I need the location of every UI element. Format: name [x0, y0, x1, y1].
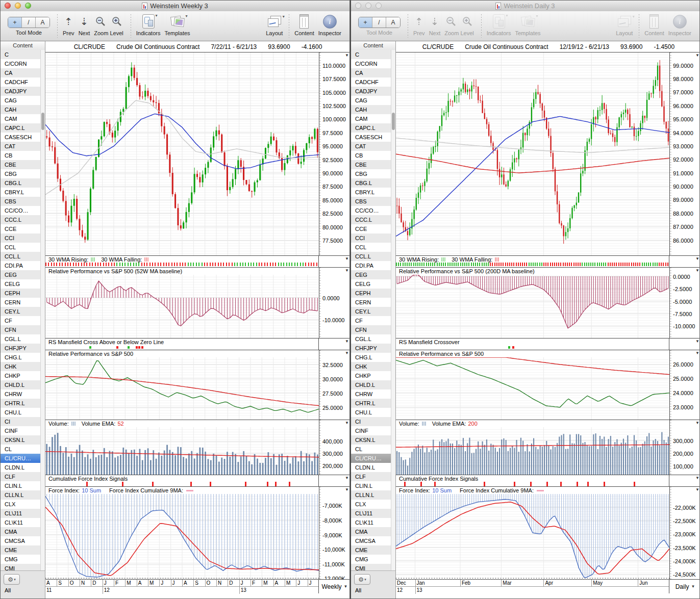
symbol-list-item[interactable]: CI: [351, 417, 395, 426]
symbol-list-item[interactable]: CLLN.L: [1, 490, 45, 500]
symbol-list-item[interactable]: CBRY.L: [1, 188, 45, 197]
sidebar-header[interactable]: Content: [1, 41, 45, 50]
symbol-list-item[interactable]: CEPH: [1, 289, 45, 298]
relative-performance-baseline-panel[interactable]: Relative Performance vs S&P 500 (200D MA…: [396, 267, 700, 338]
scrollbar-thumb[interactable]: [41, 113, 44, 130]
symbol-list-item[interactable]: CADJPY: [1, 87, 45, 96]
inspector-button[interactable]: i Inspector: [668, 14, 691, 36]
symbol-list-item[interactable]: CCL: [351, 243, 395, 252]
panel-menu-icon[interactable]: ▼: [345, 339, 349, 344]
symbol-list-item[interactable]: CF: [351, 316, 395, 325]
symbol-list-item[interactable]: CCE: [351, 224, 395, 233]
sidebar-header[interactable]: Content: [351, 41, 395, 50]
symbol-list-item[interactable]: CAH: [351, 105, 395, 114]
volume-panel[interactable]: Volume: Volume EMA: 52 ▼400,000300,00020…: [45, 420, 350, 475]
volume-chart[interactable]: [45, 427, 319, 475]
symbol-list-item[interactable]: CMI: [1, 564, 45, 570]
panel-menu-icon[interactable]: ▼: [345, 421, 349, 425]
force-index-chart[interactable]: [396, 494, 669, 580]
prev-button[interactable]: ⇡ Prev: [413, 14, 425, 36]
symbol-list-item[interactable]: CHU.L: [351, 408, 395, 417]
panel-menu-icon[interactable]: ▼: [695, 268, 699, 273]
symbol-list-item[interactable]: CMCSA: [1, 536, 45, 545]
panel-menu-icon[interactable]: ▼: [695, 53, 699, 58]
panel-menu-icon[interactable]: ▼: [695, 476, 699, 480]
symbol-list-item[interactable]: CF: [1, 316, 45, 325]
symbol-list-item[interactable]: CME: [351, 545, 395, 555]
layout-button[interactable]: ▾ Layout: [616, 14, 633, 36]
symbol-list-item[interactable]: CMI: [351, 564, 395, 570]
period-dropdown[interactable]: Weekly▼: [318, 580, 350, 593]
symbol-list-item[interactable]: CHFJPY: [1, 344, 45, 353]
cumulative-force-signal-strip[interactable]: Cumulative Force Index Signals ▼: [396, 475, 700, 486]
relperf-axis[interactable]: ▼32.500030.000027.500025.0000: [319, 350, 350, 420]
symbol-list-item[interactable]: CELG: [1, 279, 45, 289]
relperf-chart[interactable]: [396, 357, 669, 420]
sidebar-scrollbar[interactable]: [40, 50, 45, 570]
symbol-list-item[interactable]: CAM: [1, 114, 45, 123]
symbol-list-item[interactable]: CCI: [351, 233, 395, 243]
symbol-list-item[interactable]: CL\J11: [1, 509, 45, 518]
indicators-button[interactable]: ▾ Indicators: [136, 14, 161, 36]
force-index-panel[interactable]: Force Index: 10 Sum Force Index Cumulati…: [45, 486, 350, 579]
symbol-list-item[interactable]: CL\J11: [351, 509, 395, 518]
next-button[interactable]: ⇣ Next: [79, 14, 90, 36]
symbol-list-item[interactable]: CHG.L: [1, 353, 45, 362]
symbol-list-item[interactable]: CERN: [351, 298, 395, 307]
relperf-axis[interactable]: ▼26.000025.000024.000023.0000: [669, 350, 700, 420]
symbol-list-item[interactable]: CAM: [351, 114, 395, 123]
indicators-button[interactable]: ▾ Indicators: [487, 14, 511, 36]
templates-button[interactable]: ▾ Templates: [164, 14, 190, 36]
tool-text-button[interactable]: A: [36, 17, 49, 28]
zoom-out-icon[interactable]: [445, 16, 457, 27]
content-button[interactable]: Content: [644, 14, 664, 36]
symbol-list-item[interactable]: CME: [1, 545, 45, 555]
symbol-list-item[interactable]: CL\K11: [351, 518, 395, 527]
symbol-list-item[interactable]: CBRY.L: [351, 188, 395, 197]
symbol-list-item[interactable]: CLIN.L: [1, 481, 45, 490]
symbol-list-item[interactable]: CHLD.L: [351, 380, 395, 389]
relative-performance-panel[interactable]: Relative Performance vs S&P 500 ▼32.5000…: [45, 350, 350, 420]
panel-menu-icon[interactable]: ▼: [695, 339, 699, 344]
tab-all[interactable]: All: [355, 587, 361, 593]
gear-menu-button[interactable]: ⚙▾: [4, 574, 20, 585]
symbol-list-item[interactable]: CDI.PA: [1, 261, 45, 270]
wma-signal-strip[interactable]: 30 WMA Rising: 30 WMA Falling: ▼: [396, 255, 700, 267]
zoom-in-icon[interactable]: [462, 16, 473, 27]
zoom-in-icon[interactable]: [111, 16, 122, 27]
force-index-chart[interactable]: [45, 494, 319, 580]
symbol-list-item[interactable]: CDI.PA: [351, 261, 395, 270]
symbol-list-item[interactable]: C/CORN: [1, 59, 45, 68]
volume-chart[interactable]: [396, 427, 669, 475]
symbol-list-item[interactable]: CL/CRU…: [351, 454, 395, 463]
symbol-list-item[interactable]: CBE: [1, 160, 45, 169]
symbol-list-item[interactable]: CLF: [1, 472, 45, 481]
symbol-list-item[interactable]: CBS: [1, 197, 45, 206]
tool-text-button[interactable]: A: [386, 17, 400, 28]
sidebar-scrollbar[interactable]: [391, 50, 395, 570]
symbol-list-item[interactable]: CL: [351, 445, 395, 454]
relperf-chart[interactable]: [45, 357, 319, 420]
symbol-list-item[interactable]: CCC.L: [351, 215, 395, 224]
symbol-list-item[interactable]: CADCHF: [1, 77, 45, 87]
symbol-list-item[interactable]: CL/CRU…: [1, 454, 45, 463]
symbol-list-item[interactable]: CHTR.L: [351, 399, 395, 408]
time-axis[interactable]: ASONDJFMAMJJASONDJFMAMJJ 111213 Weekly▼: [45, 579, 350, 593]
symbol-list-item[interactable]: CLLN.L: [351, 490, 395, 500]
symbol-list-item[interactable]: CKSN.L: [351, 435, 395, 445]
symbol-list-item[interactable]: CA: [1, 68, 45, 77]
symbol-list-item[interactable]: CCC.L: [1, 215, 45, 224]
relperf-baseline-axis[interactable]: ▼0.0000-10.0000: [319, 268, 350, 338]
symbol-list-item[interactable]: CB: [351, 151, 395, 160]
symbol-list-item[interactable]: CEG: [351, 270, 395, 279]
symbol-list-item[interactable]: CAH: [1, 105, 45, 114]
titlebar[interactable]: Weinstein Weekly 3: [1, 1, 349, 12]
symbol-list-item[interactable]: CEY.L: [351, 307, 395, 316]
panel-menu-icon[interactable]: ▼: [695, 421, 699, 425]
panel-menu-icon[interactable]: ▼: [695, 256, 699, 261]
symbol-list-item[interactable]: CCI: [1, 233, 45, 243]
price-panel[interactable]: ▼99.000098.000097.000096.000095.000094.0…: [396, 53, 700, 255]
candlestick-chart[interactable]: [45, 53, 319, 255]
zoom-out-icon[interactable]: [95, 16, 106, 27]
next-button[interactable]: ⇣ Next: [429, 14, 441, 36]
